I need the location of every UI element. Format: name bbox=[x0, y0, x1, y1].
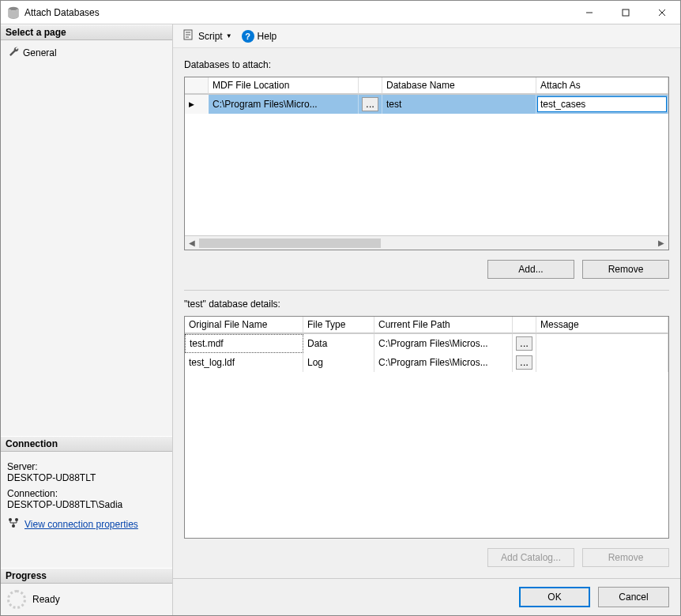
script-icon bbox=[182, 28, 195, 43]
attach-as-input[interactable] bbox=[537, 96, 667, 112]
details-col-message[interactable]: Message bbox=[536, 317, 668, 333]
details-col-path[interactable]: Current File Path bbox=[374, 317, 513, 333]
details-row-name[interactable]: test.mdf bbox=[185, 334, 303, 353]
details-row-message bbox=[536, 353, 668, 372]
connection-value: DESKTOP-UD88TLT\Sadia bbox=[7, 499, 166, 510]
database-icon bbox=[7, 6, 20, 19]
details-row-browse[interactable]: ... bbox=[513, 334, 536, 353]
details-row[interactable]: test.mdf Data C:\Program Files\Micros...… bbox=[185, 334, 668, 353]
scroll-right-icon[interactable]: ▶ bbox=[654, 239, 668, 247]
help-icon: ? bbox=[242, 30, 254, 43]
attach-col-mdf[interactable]: MDF File Location bbox=[209, 77, 359, 94]
attach-row-dbname[interactable]: test bbox=[382, 95, 536, 114]
details-row-name[interactable]: test_log.ldf bbox=[185, 353, 303, 372]
connection-label: Connection: bbox=[7, 488, 166, 499]
window-title: Attach Databases bbox=[24, 7, 571, 18]
details-row-type[interactable]: Data bbox=[303, 334, 374, 353]
attach-grid-rowheader-col bbox=[185, 77, 209, 94]
scroll-left-icon[interactable]: ◀ bbox=[185, 239, 199, 247]
details-col-name[interactable]: Original File Name bbox=[185, 317, 303, 333]
server-value: DESKTOP-UD88TLT bbox=[7, 472, 166, 483]
svg-point-6 bbox=[15, 518, 18, 521]
details-row-path[interactable]: C:\Program Files\Micros... bbox=[374, 334, 513, 353]
ok-button[interactable]: OK bbox=[519, 587, 590, 607]
svg-point-0 bbox=[9, 6, 18, 9]
view-connection-properties-link[interactable]: View connection properties bbox=[24, 519, 138, 530]
divider bbox=[184, 290, 669, 291]
remove-database-button[interactable]: Remove bbox=[582, 260, 669, 279]
attach-row-mdf[interactable]: C:\Program Files\Micro... bbox=[209, 95, 359, 114]
toolbar: Script ▼ ? Help bbox=[173, 24, 680, 48]
minimize-button[interactable] bbox=[571, 1, 608, 24]
details-row-path[interactable]: C:\Program Files\Micros... bbox=[374, 353, 513, 372]
progress-status: Ready bbox=[32, 594, 60, 605]
attach-row-attachas-cell[interactable] bbox=[536, 95, 668, 114]
browse-path-button[interactable]: ... bbox=[516, 336, 532, 351]
remove-file-button: Remove bbox=[582, 548, 669, 567]
svg-rect-2 bbox=[623, 9, 629, 16]
browse-path-button[interactable]: ... bbox=[516, 355, 532, 370]
progress-header: Progress bbox=[1, 568, 172, 584]
page-item-label: General bbox=[23, 47, 57, 58]
wrench-icon bbox=[7, 45, 23, 60]
help-label: Help bbox=[258, 31, 277, 42]
close-button[interactable] bbox=[644, 1, 680, 24]
cancel-button[interactable]: Cancel bbox=[598, 587, 669, 607]
chevron-down-icon: ▼ bbox=[226, 32, 232, 39]
dialog-footer: OK Cancel bbox=[173, 578, 680, 615]
add-catalog-button: Add Catalog... bbox=[487, 548, 574, 567]
svg-point-5 bbox=[9, 518, 12, 521]
row-indicator: ▶ bbox=[185, 95, 209, 114]
page-item-general[interactable]: General bbox=[1, 43, 172, 62]
add-database-button[interactable]: Add... bbox=[487, 260, 574, 279]
database-details-label: "test" database details: bbox=[184, 299, 669, 310]
details-row[interactable]: test_log.ldf Log C:\Program Files\Micros… bbox=[185, 353, 668, 372]
script-label: Script bbox=[198, 31, 223, 42]
main-panel: Script ▼ ? Help Databases to attach: MDF… bbox=[173, 24, 680, 615]
titlebar: Attach Databases bbox=[1, 1, 680, 24]
details-grid: Original File Name File Type Current Fil… bbox=[184, 316, 669, 539]
details-col-browse bbox=[513, 317, 536, 333]
sidebar: Select a page General Connection Server:… bbox=[1, 24, 173, 615]
databases-to-attach-label: Databases to attach: bbox=[184, 59, 669, 70]
progress-spinner-icon bbox=[7, 590, 26, 609]
attach-col-dbname[interactable]: Database Name bbox=[382, 77, 536, 94]
maximize-button[interactable] bbox=[608, 1, 644, 24]
attach-row-browse[interactable]: ... bbox=[359, 95, 382, 114]
server-label: Server: bbox=[7, 461, 166, 472]
details-row-type[interactable]: Log bbox=[303, 353, 374, 372]
select-page-header: Select a page bbox=[1, 24, 172, 40]
connection-info: Server: DESKTOP-UD88TLT Connection: DESK… bbox=[1, 452, 172, 536]
attach-grid-scrollbar[interactable]: ◀ ▶ bbox=[185, 235, 668, 250]
help-button[interactable]: ? Help bbox=[239, 28, 280, 44]
details-col-type[interactable]: File Type bbox=[303, 317, 374, 333]
attach-col-browse bbox=[359, 77, 382, 94]
script-button[interactable]: Script ▼ bbox=[179, 27, 235, 45]
attach-col-attachas[interactable]: Attach As bbox=[536, 77, 668, 94]
connection-header: Connection bbox=[1, 436, 172, 452]
attach-grid: MDF File Location Database Name Attach A… bbox=[184, 77, 669, 250]
svg-point-7 bbox=[12, 524, 15, 528]
browse-mdf-button[interactable]: ... bbox=[362, 97, 378, 111]
details-row-browse[interactable]: ... bbox=[513, 353, 536, 372]
attach-row[interactable]: ▶ C:\Program Files\Micro... ... test bbox=[185, 95, 668, 114]
details-row-message bbox=[536, 334, 668, 353]
network-icon bbox=[7, 516, 20, 531]
